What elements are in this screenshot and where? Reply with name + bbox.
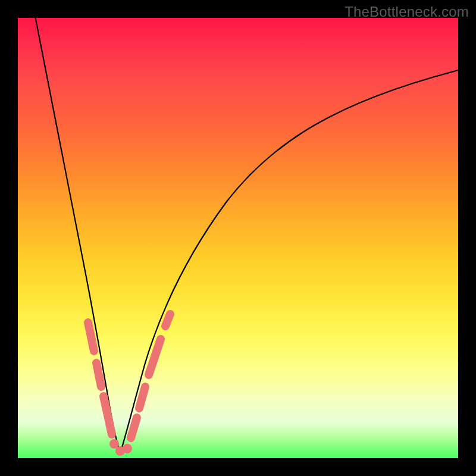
right-curve [120, 70, 458, 453]
marker-segment [96, 363, 101, 387]
marker-segment [131, 418, 137, 438]
marker-segment [104, 396, 112, 434]
chart-frame: TheBottleneck.com [0, 0, 476, 476]
curve-layer [18, 18, 458, 458]
marker-dot [123, 444, 132, 453]
plot-area [18, 18, 458, 458]
marker-segment [165, 314, 170, 326]
marker-segment [139, 387, 145, 408]
marker-segment [88, 322, 94, 351]
left-curve [35, 13, 120, 453]
